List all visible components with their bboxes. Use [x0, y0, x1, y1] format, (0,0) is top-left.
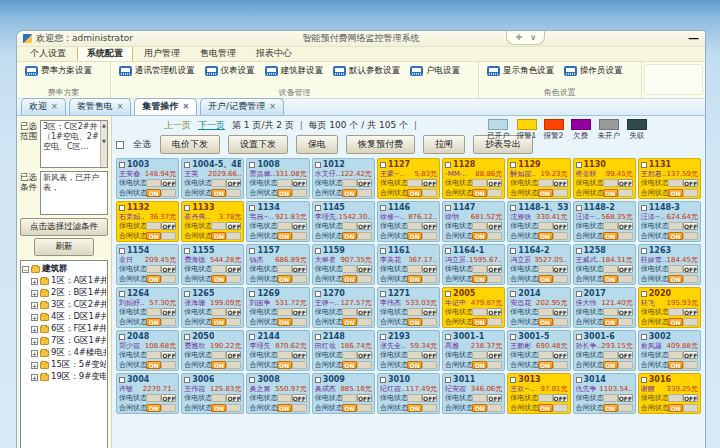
switch-off-button[interactable]	[161, 318, 176, 326]
supply-on-button[interactable]	[603, 179, 618, 187]
card-checkbox[interactable]	[380, 334, 386, 340]
switch-on-button[interactable]: ON	[211, 232, 226, 240]
tree-item[interactable]: +15区：5#变站（5#变…	[22, 359, 106, 371]
card-checkbox[interactable]	[576, 162, 582, 168]
card-checkbox[interactable]	[119, 377, 125, 383]
switch-on-button[interactable]: ON	[342, 361, 357, 369]
switch-on-button[interactable]: ON	[342, 232, 357, 240]
supply-off-button[interactable]: OFF	[292, 179, 307, 187]
dropdown-icon[interactable]: ∨	[530, 33, 536, 42]
card-checkbox[interactable]	[641, 248, 647, 254]
switch-off-button[interactable]	[292, 232, 307, 240]
supply-on-button[interactable]	[603, 394, 618, 402]
switch-on-button[interactable]: ON	[211, 189, 226, 197]
supply-on-button[interactable]	[146, 308, 161, 316]
switch-off-button[interactable]	[292, 361, 307, 369]
card-checkbox[interactable]	[315, 334, 321, 340]
switch-off-button[interactable]	[618, 361, 633, 369]
switch-off-button[interactable]	[292, 404, 307, 412]
supply-on-button[interactable]	[407, 265, 422, 273]
card-checkbox[interactable]	[576, 377, 582, 383]
supply-off-button[interactable]: OFF	[357, 394, 372, 402]
switch-on-button[interactable]: ON	[668, 404, 683, 412]
switch-on-button[interactable]: ON	[472, 189, 487, 197]
supply-off-button[interactable]: OFF	[618, 179, 633, 187]
switch-off-button[interactable]	[422, 189, 437, 197]
card-checkbox[interactable]	[641, 334, 647, 340]
supply-on-button[interactable]	[472, 351, 487, 359]
switch-on-button[interactable]: ON	[538, 404, 553, 412]
switch-on-button[interactable]: ON	[407, 189, 422, 197]
switch-off-button[interactable]	[683, 361, 698, 369]
switch-off-button[interactable]	[618, 232, 633, 240]
card-checkbox[interactable]	[249, 248, 255, 254]
switch-on-button[interactable]: ON	[538, 318, 553, 326]
switch-on-button[interactable]: ON	[603, 318, 618, 326]
supply-off-button[interactable]: OFF	[161, 179, 176, 187]
action-button[interactable]: 恢复预付费	[346, 135, 415, 154]
card-checkbox[interactable]	[576, 205, 582, 211]
expand-icon[interactable]: +	[31, 374, 38, 381]
switch-off-button[interactable]	[487, 275, 502, 283]
switch-on-button[interactable]: ON	[407, 318, 422, 326]
switch-off-button[interactable]	[226, 275, 241, 283]
card-checkbox[interactable]	[510, 162, 516, 168]
switch-on-button[interactable]: ON	[472, 232, 487, 240]
card-checkbox[interactable]	[315, 291, 321, 297]
card-checkbox[interactable]	[119, 248, 125, 254]
supply-on-button[interactable]	[603, 222, 618, 230]
switch-on-button[interactable]: ON	[146, 232, 161, 240]
switch-off-button[interactable]	[357, 232, 372, 240]
supply-off-button[interactable]: OFF	[357, 351, 372, 359]
supply-off-button[interactable]: OFF	[618, 351, 633, 359]
card-checkbox[interactable]	[641, 291, 647, 297]
switch-on-button[interactable]: ON	[342, 275, 357, 283]
switch-off-button[interactable]	[618, 318, 633, 326]
card-checkbox[interactable]	[184, 162, 190, 168]
card-checkbox[interactable]	[641, 162, 647, 168]
switch-off-button[interactable]	[422, 361, 437, 369]
switch-off-button[interactable]	[683, 318, 698, 326]
supply-off-button[interactable]: OFF	[422, 351, 437, 359]
card-checkbox[interactable]	[576, 334, 582, 340]
supply-off-button[interactable]: OFF	[422, 222, 437, 230]
supply-off-button[interactable]: OFF	[422, 308, 437, 316]
supply-off-button[interactable]: OFF	[226, 179, 241, 187]
supply-off-button[interactable]: OFF	[487, 351, 502, 359]
ribbon-button[interactable]: 仪表设置	[205, 65, 255, 77]
supply-on-button[interactable]	[472, 222, 487, 230]
card-checkbox[interactable]	[510, 377, 516, 383]
ribbon-button[interactable]: 默认参数设置	[333, 65, 400, 77]
switch-off-button[interactable]	[292, 318, 307, 326]
card-checkbox[interactable]	[510, 291, 516, 297]
card-checkbox[interactable]	[119, 334, 125, 340]
card-checkbox[interactable]	[184, 205, 190, 211]
switch-off-button[interactable]	[553, 189, 568, 197]
switch-on-button[interactable]: ON	[603, 404, 618, 412]
switch-on-button[interactable]: ON	[603, 361, 618, 369]
switch-off-button[interactable]	[226, 232, 241, 240]
switch-on-button[interactable]: ON	[538, 275, 553, 283]
card-checkbox[interactable]	[380, 377, 386, 383]
supply-on-button[interactable]	[538, 222, 553, 230]
switch-off-button[interactable]	[357, 318, 372, 326]
supply-off-button[interactable]: OFF	[226, 308, 241, 316]
card-checkbox[interactable]	[249, 205, 255, 211]
switch-off-button[interactable]	[553, 318, 568, 326]
supply-on-button[interactable]	[668, 308, 683, 316]
card-checkbox[interactable]	[315, 162, 321, 168]
expand-icon[interactable]: +	[31, 302, 38, 309]
switch-on-button[interactable]: ON	[277, 318, 292, 326]
supply-on-button[interactable]	[668, 179, 683, 187]
supply-off-button[interactable]: OFF	[357, 222, 372, 230]
supply-off-button[interactable]: OFF	[553, 308, 568, 316]
menu-item-4[interactable]: 售电管理	[191, 46, 245, 61]
collapse-icon[interactable]: −	[22, 266, 29, 273]
supply-off-button[interactable]: OFF	[553, 351, 568, 359]
menu-item-5[interactable]: 报表中心	[247, 46, 301, 61]
card-checkbox[interactable]	[315, 205, 321, 211]
supply-on-button[interactable]	[211, 351, 226, 359]
supply-on-button[interactable]	[407, 222, 422, 230]
switch-on-button[interactable]: ON	[211, 361, 226, 369]
switch-off-button[interactable]	[161, 361, 176, 369]
